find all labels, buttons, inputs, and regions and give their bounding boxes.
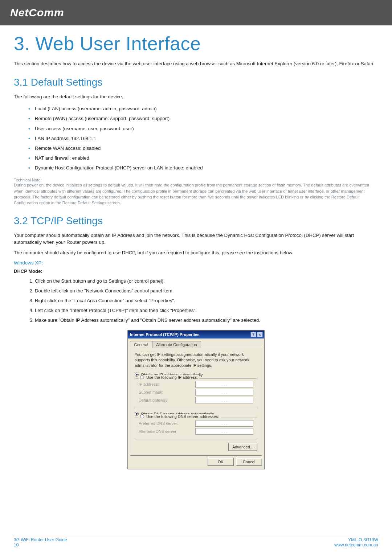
- os-heading: Windows XP:: [14, 260, 378, 266]
- group-manual-dns: Use the following DNS server addresses: …: [135, 418, 257, 439]
- default-settings-list: Local (LAN) access (username: admin, pas…: [14, 104, 378, 173]
- dialog-description: You can get IP settings assigned automat…: [135, 352, 257, 368]
- footer-url: www.netcomm.com.au: [334, 542, 378, 547]
- label-default-gateway: Default gateway:: [139, 398, 189, 402]
- radio-use-following-dns[interactable]: Use the following DNS server addresses:: [139, 414, 221, 419]
- radio-use-following-ip[interactable]: Use the following IP address:: [139, 375, 199, 379]
- cancel-button[interactable]: Cancel: [236, 458, 262, 466]
- tcpip-properties-dialog: Internet Protocol (TCP/IP) Properties ? …: [127, 330, 265, 469]
- list-item: Remote (WAN) access (username: support, …: [28, 114, 378, 123]
- dialog-title: Internet Protocol (TCP/IP) Properties: [130, 332, 199, 337]
- section-32-p2: The computer should already be configure…: [14, 249, 378, 256]
- help-icon[interactable]: ?: [250, 332, 256, 337]
- advanced-button[interactable]: Advanced...: [228, 443, 257, 451]
- tab-panel-general: You can get IP settings assigned automat…: [130, 348, 262, 456]
- header-band: NetComm: [0, 0, 392, 25]
- label-alternate-dns: Alternate DNS server:: [139, 429, 189, 434]
- intro-paragraph: This section describes how to access the…: [14, 60, 378, 67]
- page-footer: 3G WiFi Router User Guide 10 YML-O-3G19W…: [0, 535, 392, 547]
- radio-icon: [140, 375, 144, 379]
- list-item: Make sure "Obtain IP Address automatical…: [35, 315, 378, 325]
- list-item: Click on the Start button and go to Sett…: [35, 276, 378, 286]
- group-manual-ip: Use the following IP address: IP address…: [135, 378, 257, 408]
- section-31-lead: The following are the default settings f…: [14, 93, 378, 100]
- dhcp-mode-heading: DHCP Mode:: [14, 268, 378, 274]
- technical-note-body: During power on, the device initializes …: [14, 182, 378, 206]
- close-icon[interactable]: ×: [257, 332, 263, 337]
- radio-label: Use the following DNS server addresses:: [146, 414, 219, 419]
- list-item: Remote WAN access: disabled: [28, 143, 378, 153]
- ip-address-input[interactable]: . . .: [195, 381, 253, 387]
- footer-page-number: 10: [14, 542, 67, 547]
- section-31-heading: 3.1 Default Settings: [14, 77, 378, 88]
- alternate-dns-input[interactable]: . . .: [195, 428, 253, 435]
- list-item: NAT and firewall: enabled: [28, 153, 378, 163]
- default-gateway-input[interactable]: . . .: [195, 397, 253, 403]
- subnet-mask-input[interactable]: . . .: [195, 389, 253, 395]
- radio-icon: [140, 414, 144, 418]
- footer-guide-title: 3G WiFi Router User Guide: [14, 537, 67, 542]
- list-item: Dynamic Host Configuration Protocol (DHC…: [28, 163, 378, 173]
- radio-label: Use the following IP address:: [146, 375, 198, 379]
- dhcp-steps-list: Click on the Start button and go to Sett…: [14, 276, 378, 325]
- titlebar[interactable]: Internet Protocol (TCP/IP) Properties ? …: [128, 331, 264, 338]
- label-ip-address: IP address:: [139, 382, 189, 386]
- preferred-dns-input[interactable]: . . .: [195, 420, 253, 427]
- technical-note-heading: Technical Note:: [14, 178, 378, 182]
- label-preferred-dns: Preferred DNS server:: [139, 421, 189, 426]
- label-subnet-mask: Subnet mask:: [139, 390, 189, 394]
- tab-row: General Alternate Configuration: [128, 338, 264, 348]
- tab-general[interactable]: General: [130, 341, 152, 348]
- list-item: Right click on the "Local Area Connectio…: [35, 296, 378, 305]
- list-item: Double left click on the "Network Connec…: [35, 286, 378, 296]
- tab-alternate-configuration[interactable]: Alternate Configuration: [152, 341, 201, 348]
- section-32-p1: Your computer should automatically obtai…: [14, 232, 378, 246]
- ok-button[interactable]: OK: [208, 458, 234, 466]
- list-item: Local (LAN) access (username: admin, pas…: [28, 104, 378, 114]
- list-item: User access (username: user, password: u…: [28, 124, 378, 134]
- page-title: 3. Web User Interface: [14, 33, 378, 54]
- section-32-heading: 3.2 TCP/IP Settings: [14, 215, 378, 227]
- radio-icon: [135, 373, 139, 377]
- radio-icon: [135, 412, 139, 416]
- list-item: Left click on the "Internet Protocol (TC…: [35, 305, 378, 315]
- list-item: LAN IP address: 192.168.1.1: [28, 134, 378, 143]
- brand-logo: NetComm: [10, 7, 64, 19]
- footer-doc-code: YML-O-3G19W: [334, 537, 378, 542]
